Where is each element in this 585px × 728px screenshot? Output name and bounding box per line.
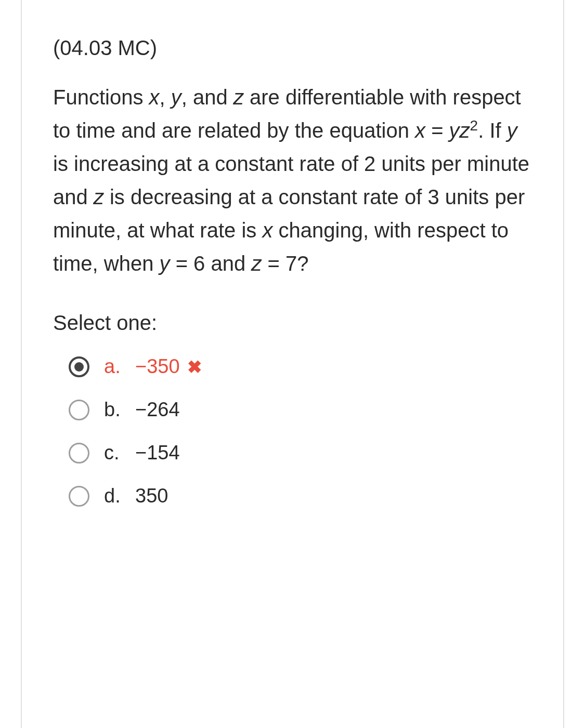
option-a[interactable]: a. −350 ✖ <box>69 355 532 378</box>
variable-x: x <box>149 86 160 109</box>
variable-x3: x <box>262 219 272 242</box>
variable-z: z <box>233 86 244 109</box>
question-tag: (04.03 MC) <box>53 36 532 60</box>
question-text-comma1: , <box>160 86 171 109</box>
question-text-part7: = 6 and <box>170 252 252 275</box>
option-b-letter: b. <box>104 399 135 421</box>
option-d-text: 350 <box>135 485 168 507</box>
variable-y2: y <box>507 119 517 142</box>
variable-x2: x <box>415 119 425 142</box>
question-text-comma2: , and <box>181 86 233 109</box>
variable-yz: yz <box>449 119 470 142</box>
option-b-text: −264 <box>135 399 180 421</box>
option-a-text: −350 <box>135 355 180 378</box>
radio-b[interactable] <box>69 400 89 420</box>
option-b[interactable]: b. −264 <box>69 399 532 421</box>
question-container: (04.03 MC) Functions x, y, and z are dif… <box>21 0 564 728</box>
variable-y3: y <box>160 252 170 275</box>
incorrect-icon: ✖ <box>187 356 202 377</box>
question-text-part1: Functions <box>53 86 149 109</box>
question-text-part3: . If <box>478 119 507 142</box>
radio-a[interactable] <box>69 356 89 377</box>
radio-a-inner <box>74 362 84 372</box>
option-c-text: −154 <box>135 442 180 464</box>
option-c[interactable]: c. −154 <box>69 442 532 464</box>
variable-z2: z <box>94 186 104 208</box>
option-d[interactable]: d. 350 <box>69 485 532 507</box>
option-a-letter: a. <box>104 355 135 378</box>
option-d-letter: d. <box>104 485 135 507</box>
variable-z3: z <box>251 252 262 275</box>
variable-y: y <box>171 86 181 109</box>
option-c-letter: c. <box>104 442 135 464</box>
question-text-part8: = 7? <box>262 252 308 275</box>
radio-d[interactable] <box>69 486 89 507</box>
select-one-label: Select one: <box>53 311 532 335</box>
answer-options: a. −350 ✖ b. −264 c. −154 d. 350 <box>53 355 532 507</box>
radio-c[interactable] <box>69 443 89 464</box>
exponent-2: 2 <box>470 117 478 134</box>
equals-sign: = <box>425 119 449 142</box>
question-body: Functions x, y, and z are differentiable… <box>53 81 532 280</box>
